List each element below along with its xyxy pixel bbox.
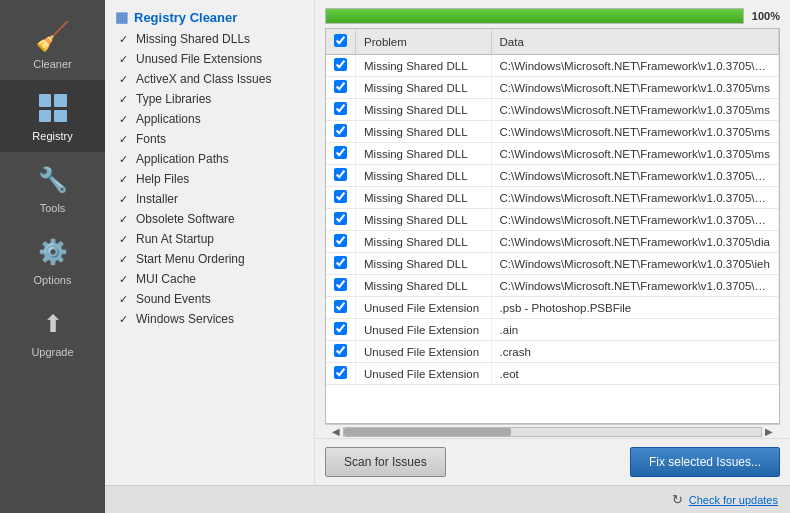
- row-checkbox-14[interactable]: [334, 366, 347, 379]
- table-row: Unused File Extension .ain: [326, 319, 779, 341]
- nav-item-14[interactable]: ✓Windows Services: [105, 309, 314, 329]
- nav-item-label-5: Fonts: [136, 132, 166, 146]
- row-check-11[interactable]: [326, 297, 356, 319]
- nav-item-check-4: ✓: [119, 113, 131, 126]
- row-checkbox-11[interactable]: [334, 300, 347, 313]
- scan-button[interactable]: Scan for Issues: [325, 447, 446, 477]
- row-data-8: C:\Windows\Microsoft.NET\Framework\v1.0.…: [491, 231, 778, 253]
- row-problem-1: Missing Shared DLL: [356, 77, 492, 99]
- row-check-5[interactable]: [326, 165, 356, 187]
- sidebar-item-registry[interactable]: Registry: [0, 80, 105, 152]
- nav-item-check-14: ✓: [119, 313, 131, 326]
- table-row: Missing Shared DLL C:\Windows\Microsoft.…: [326, 55, 779, 77]
- nav-item-0[interactable]: ✓Missing Shared DLLs: [105, 29, 314, 49]
- col-data: Data: [491, 29, 778, 55]
- row-data-14: .eot: [491, 363, 778, 385]
- row-problem-9: Missing Shared DLL: [356, 253, 492, 275]
- nav-item-label-11: Start Menu Ordering: [136, 252, 245, 266]
- row-data-2: C:\Windows\Microsoft.NET\Framework\v1.0.…: [491, 99, 778, 121]
- nav-item-10[interactable]: ✓Run At Startup: [105, 229, 314, 249]
- row-checkbox-9[interactable]: [334, 256, 347, 269]
- scroll-left-btn[interactable]: ◀: [329, 426, 343, 437]
- row-checkbox-8[interactable]: [334, 234, 347, 247]
- row-check-9[interactable]: [326, 253, 356, 275]
- row-check-0[interactable]: [326, 55, 356, 77]
- nav-item-check-9: ✓: [119, 213, 131, 226]
- row-checkbox-13[interactable]: [334, 344, 347, 357]
- broom-icon: 🧹: [35, 18, 71, 54]
- nav-item-check-8: ✓: [119, 193, 131, 206]
- table-row: Missing Shared DLL C:\Windows\Microsoft.…: [326, 253, 779, 275]
- row-problem-7: Missing Shared DLL: [356, 209, 492, 231]
- col-check: [326, 29, 356, 55]
- nav-item-1[interactable]: ✓Unused File Extensions: [105, 49, 314, 69]
- row-checkbox-7[interactable]: [334, 212, 347, 225]
- scroll-area[interactable]: ◀ ▶: [325, 424, 780, 438]
- nav-item-13[interactable]: ✓Sound Events: [105, 289, 314, 309]
- nav-item-label-13: Sound Events: [136, 292, 211, 306]
- h-scrollbar-thumb[interactable]: [344, 428, 511, 436]
- check-updates-link[interactable]: Check for updates: [689, 494, 778, 506]
- nav-item-12[interactable]: ✓MUI Cache: [105, 269, 314, 289]
- table-row: Missing Shared DLL C:\Windows\Microsoft.…: [326, 77, 779, 99]
- row-check-8[interactable]: [326, 231, 356, 253]
- sidebar-item-options[interactable]: ⚙️ Options: [0, 224, 105, 296]
- sidebar-label-upgrade: Upgrade: [31, 346, 73, 358]
- row-check-12[interactable]: [326, 319, 356, 341]
- sidebar-item-upgrade[interactable]: ⬆ Upgrade: [0, 296, 105, 368]
- row-problem-11: Unused File Extension: [356, 297, 492, 319]
- nav-item-label-14: Windows Services: [136, 312, 234, 326]
- row-checkbox-3[interactable]: [334, 124, 347, 137]
- sidebar-item-tools[interactable]: 🔧 Tools: [0, 152, 105, 224]
- row-check-4[interactable]: [326, 143, 356, 165]
- table-row: Missing Shared DLL C:\Windows\Microsoft.…: [326, 165, 779, 187]
- nav-item-7[interactable]: ✓Help Files: [105, 169, 314, 189]
- nav-item-check-6: ✓: [119, 153, 131, 166]
- sidebar-item-cleaner[interactable]: 🧹 Cleaner: [0, 8, 105, 80]
- nav-item-11[interactable]: ✓Start Menu Ordering: [105, 249, 314, 269]
- row-check-1[interactable]: [326, 77, 356, 99]
- nav-item-3[interactable]: ✓Type Libraries: [105, 89, 314, 109]
- nav-item-label-3: Type Libraries: [136, 92, 211, 106]
- progress-bar-track: [325, 8, 744, 24]
- nav-item-label-12: MUI Cache: [136, 272, 196, 286]
- gear-icon: ⚙️: [35, 234, 71, 270]
- scroll-right-btn[interactable]: ▶: [762, 426, 776, 437]
- row-checkbox-6[interactable]: [334, 190, 347, 203]
- row-check-6[interactable]: [326, 187, 356, 209]
- row-checkbox-2[interactable]: [334, 102, 347, 115]
- row-check-7[interactable]: [326, 209, 356, 231]
- row-checkbox-0[interactable]: [334, 58, 347, 71]
- nav-item-6[interactable]: ✓Application Paths: [105, 149, 314, 169]
- main-content: ▦ Registry Cleaner ✓Missing Shared DLLs✓…: [105, 0, 790, 513]
- row-check-13[interactable]: [326, 341, 356, 363]
- row-checkbox-12[interactable]: [334, 322, 347, 335]
- select-all-checkbox[interactable]: [334, 34, 347, 47]
- nav-item-label-2: ActiveX and Class Issues: [136, 72, 271, 86]
- sidebar-label-options: Options: [34, 274, 72, 286]
- sidebar-label-cleaner: Cleaner: [33, 58, 72, 70]
- nav-list: ▦ Registry Cleaner ✓Missing Shared DLLs✓…: [105, 0, 315, 485]
- table-row: Missing Shared DLL C:\Windows\Microsoft.…: [326, 275, 779, 297]
- h-scrollbar-track[interactable]: [343, 427, 762, 437]
- row-checkbox-5[interactable]: [334, 168, 347, 181]
- nav-header-label: Registry Cleaner: [134, 10, 237, 25]
- row-check-14[interactable]: [326, 363, 356, 385]
- nav-item-5[interactable]: ✓Fonts: [105, 129, 314, 149]
- row-check-2[interactable]: [326, 99, 356, 121]
- row-check-3[interactable]: [326, 121, 356, 143]
- nav-item-9[interactable]: ✓Obsolete Software: [105, 209, 314, 229]
- sidebar: 🧹 Cleaner Registry 🔧 Tools ⚙️ Options ⬆ …: [0, 0, 105, 513]
- nav-item-2[interactable]: ✓ActiveX and Class Issues: [105, 69, 314, 89]
- results-table-container[interactable]: Problem Data Missing Shared DLL C:\Windo…: [325, 28, 780, 424]
- row-checkbox-1[interactable]: [334, 80, 347, 93]
- row-data-0: C:\Windows\Microsoft.NET\Framework\v1.0.…: [491, 55, 778, 77]
- fix-button[interactable]: Fix selected Issues...: [630, 447, 780, 477]
- status-bar: ↻ Check for updates: [105, 485, 790, 513]
- row-check-10[interactable]: [326, 275, 356, 297]
- nav-item-4[interactable]: ✓Applications: [105, 109, 314, 129]
- row-checkbox-10[interactable]: [334, 278, 347, 291]
- row-checkbox-4[interactable]: [334, 146, 347, 159]
- nav-item-8[interactable]: ✓Installer: [105, 189, 314, 209]
- row-problem-13: Unused File Extension: [356, 341, 492, 363]
